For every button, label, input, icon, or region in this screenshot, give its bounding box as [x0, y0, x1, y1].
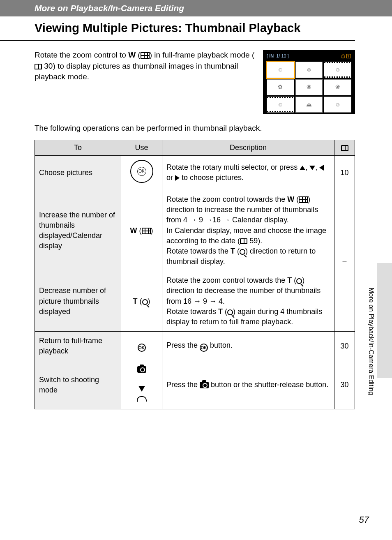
table-row: Decrease number of picture thumbnails di… — [35, 271, 355, 332]
thumbnail-grid: ☺ ☺ ☺ ✿ ❀ ❀ ☺ ⛰ ☺ — [265, 62, 353, 114]
to-cell: Return to full-frame playback — [35, 332, 121, 361]
text: ( — [294, 195, 299, 203]
protect-key-icon: ⚿ — [346, 53, 351, 59]
thumbnail: ✿ — [267, 79, 294, 95]
ref-cell: – — [334, 190, 355, 331]
text: Press the — [166, 341, 200, 349]
intro-paragraph-1: Rotate the zoom control to W () in full-… — [35, 50, 256, 83]
camera-icon — [137, 366, 146, 373]
magnify-icon — [240, 249, 245, 255]
text: Rotate the zoom control towards the — [166, 276, 287, 284]
operations-table: To Use Description Choose pictures Rotat… — [35, 140, 355, 410]
table-row: Switch to shooting mode Press the button… — [35, 361, 355, 380]
text: 59). — [247, 237, 262, 245]
text: Press the — [166, 381, 200, 389]
rotary-selector-icon — [130, 160, 153, 183]
t-label: T — [133, 297, 138, 305]
magnify-icon — [296, 278, 302, 284]
desc-cell: Press the OK button. — [162, 332, 334, 361]
text: ) in full-frame playback mode ( — [150, 51, 255, 59]
counter: 1/ 10 — [276, 53, 286, 58]
text: 30) to display pictures as thumbnail ima… — [35, 62, 238, 81]
col-use: Use — [121, 140, 162, 155]
desc-cell: Press the button or the shutter-release … — [162, 361, 334, 409]
thumbnail: ☺ — [324, 62, 351, 78]
col-description: Description — [162, 140, 334, 155]
magnify-icon — [227, 309, 233, 315]
t-label: T — [231, 247, 235, 255]
side-section-label: More on Playback/In-Camera Editing — [367, 288, 375, 395]
left-arrow-icon — [319, 165, 324, 171]
thumbnail: ⛰ — [295, 97, 323, 113]
text: Rotate the zoom control to — [35, 51, 128, 59]
book-reference-icon — [240, 238, 247, 244]
table-row: Choose pictures Rotate the rotary multi … — [35, 155, 355, 190]
ref-cell: 30 — [334, 361, 355, 409]
ref-cell: 10 — [334, 155, 355, 190]
table-header-row: To Use Description — [35, 140, 355, 155]
print-order-icon: ⎙ — [341, 53, 345, 59]
table-row: Increase the number of thumbnails displa… — [35, 190, 355, 271]
intro-row: Rotate the zoom control to W () in full-… — [35, 50, 355, 114]
text: Rotate the rotary multi selector, or pre… — [166, 163, 300, 171]
t-label: T — [287, 276, 292, 284]
desc-cell: Rotate the zoom control towards the T ()… — [162, 271, 334, 332]
text: , — [305, 163, 309, 171]
in-badge: IN — [269, 53, 274, 58]
w-label: W — [128, 51, 136, 59]
page-title: Viewing Multiple Pictures: Thumbnail Pla… — [0, 16, 355, 41]
ok-button-icon: OK — [200, 344, 208, 352]
to-cell: Increase the number of thumbnails displa… — [35, 190, 121, 271]
ref-cell: 30 — [334, 332, 355, 361]
text: ( — [136, 51, 141, 59]
down-arrow-icon — [309, 166, 315, 170]
w-label: W — [130, 226, 137, 235]
thumbnail: ❀ — [295, 79, 323, 95]
text: or — [166, 173, 175, 182]
down-arrow-icon — [138, 386, 145, 392]
text: button or the shutter-release button. — [209, 381, 328, 389]
up-arrow-icon — [300, 166, 305, 170]
use-cell: T () — [121, 271, 162, 332]
thumbnail-grid-icon — [141, 52, 150, 59]
use-cell: OK — [121, 332, 162, 361]
thumbnail-preview-screen: [ IN 1/ 10 ] ⎙ ⚿ ☺ ☺ ☺ ✿ ❀ ❀ ☺ ⛰ ☺ — [263, 50, 355, 114]
shutter-release-icon — [137, 396, 147, 402]
ok-button-icon: OK — [138, 344, 146, 352]
desc-cell: Rotate the rotary multi selector, or pre… — [162, 155, 334, 190]
book-reference-icon — [341, 145, 348, 151]
thumbnail: ☺ — [324, 97, 351, 113]
text: , — [315, 163, 319, 171]
book-reference-icon — [35, 64, 42, 69]
text: to choose pictures. — [180, 173, 244, 182]
page-number: 57 — [359, 515, 369, 525]
to-cell: Choose pictures — [35, 155, 121, 190]
use-cell — [121, 155, 162, 190]
thumbnail: ❀ — [324, 79, 351, 95]
thumbnail-grid-icon — [142, 228, 151, 234]
right-arrow-icon — [175, 175, 180, 181]
text: button. — [208, 341, 233, 349]
table-row: Return to full-frame playback OK Press t… — [35, 332, 355, 361]
intro-paragraph-2: The following operations can be performe… — [35, 123, 355, 134]
side-thumb-tab — [377, 263, 392, 378]
content: Rotate the zoom control to W () in full-… — [0, 41, 392, 409]
use-cell — [121, 380, 162, 409]
text: Rotate the zoom control towards the — [166, 195, 287, 203]
preview-status-bar: [ IN 1/ 10 ] ⎙ ⚿ — [265, 52, 353, 62]
t-label: T — [218, 307, 223, 316]
text: Rotate towards — [166, 307, 218, 316]
thumbnail: ☺ — [267, 97, 294, 113]
text: Rotate towards the — [166, 247, 231, 255]
text: ( — [292, 276, 296, 284]
col-reference — [334, 140, 355, 155]
col-to: To — [35, 140, 121, 155]
desc-cell: Rotate the zoom control towards the W ()… — [162, 190, 334, 271]
use-cell: W () — [121, 190, 162, 271]
magnify-icon — [142, 299, 148, 305]
thumbnail: ☺ — [295, 62, 323, 78]
text: ( — [223, 307, 227, 316]
to-cell: Switch to shooting mode — [35, 361, 121, 409]
thumbnail: ☺ — [267, 62, 294, 78]
w-label: W — [287, 195, 294, 203]
